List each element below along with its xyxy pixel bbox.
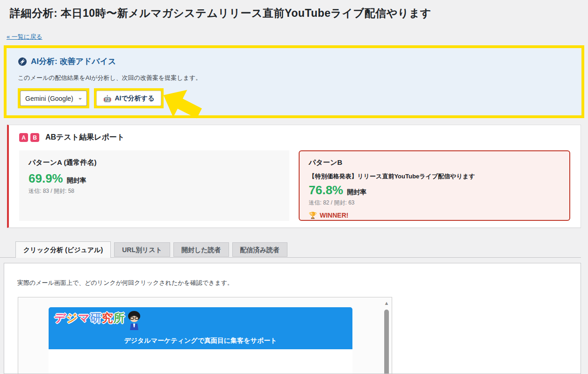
preview-scrollbar[interactable]: ▲ bbox=[383, 300, 390, 374]
pattern-a-open-rate: 69.9% bbox=[29, 171, 63, 186]
pattern-b-title: パターンB bbox=[309, 158, 560, 167]
ai-section-header: AI分析: 改善アドバイス bbox=[18, 56, 570, 67]
ai-analysis-section: AI分析: 改善アドバイス このメールの配信結果をAIが分析し、次回の改善案を提… bbox=[4, 45, 584, 118]
mascot-character-icon bbox=[126, 310, 142, 331]
tab-url-list[interactable]: URL別リスト bbox=[114, 242, 170, 257]
ab-test-report-card: A B ABテスト結果レポート パターンA (通常件名) 69.9% 開封率 送… bbox=[7, 125, 581, 228]
tab-opened-readers[interactable]: 開封した読者 bbox=[173, 242, 229, 257]
winner-label: WINNER! bbox=[320, 212, 348, 219]
email-preview-frame: デ ジ マ 研 究 所 bbox=[18, 297, 392, 374]
click-analysis-panel: 実際のメール画面上で、どのリンクが何回クリックされたかを確認できます。 デ ジ … bbox=[4, 263, 581, 374]
ai-analyze-button-label: AIで分析する bbox=[115, 94, 154, 103]
annotation-arrow-icon bbox=[161, 87, 208, 127]
pattern-b-card: パターンB 【特別価格発表】リリース直前YouTubeライブ配信やります 76.… bbox=[299, 150, 571, 221]
trophy-icon: 🏆 bbox=[309, 212, 317, 219]
pattern-b-open-rate-label: 開封率 bbox=[347, 188, 366, 197]
email-header-banner: デ ジ マ 研 究 所 bbox=[49, 307, 352, 349]
logo-char: マ bbox=[78, 310, 90, 325]
ai-sparkle-icon bbox=[18, 57, 27, 66]
scroll-up-icon[interactable]: ▲ bbox=[383, 300, 390, 306]
analyze-button-highlight: 🤖 AIで分析する bbox=[94, 88, 164, 108]
badge-b-icon: B bbox=[30, 133, 39, 142]
ab-test-header: A B ABテスト結果レポート bbox=[19, 133, 570, 142]
logo-char: 究 bbox=[102, 310, 114, 325]
analysis-tabs: クリック分析 (ビジュアル) URL別リスト 開封した読者 配信済み読者 bbox=[15, 241, 287, 258]
click-analysis-description: 実際のメール画面上で、どのリンクが何回クリックされたかを確認できます。 bbox=[17, 279, 233, 287]
ai-controls-row: Gemini (Google) ⌄ 🤖 AIで分析する bbox=[18, 88, 570, 108]
pattern-a-open-rate-label: 開封率 bbox=[67, 176, 86, 185]
tab-click-analysis-visual[interactable]: クリック分析 (ビジュアル) bbox=[15, 241, 111, 258]
ai-section-description: このメールの配信結果をAIが分析し、次回の改善案を提案します。 bbox=[18, 74, 570, 82]
page-title: 詳細分析: 本日10時〜新メルマガシステムリリース直前YouTubeライブ配信や… bbox=[10, 6, 431, 21]
pattern-a-stats: 送信: 83 / 開封: 58 bbox=[29, 187, 280, 195]
ab-test-title: ABテスト結果レポート bbox=[45, 133, 124, 142]
robot-icon: 🤖 bbox=[103, 95, 111, 102]
ai-analyze-button[interactable]: 🤖 AIで分析する bbox=[96, 91, 161, 106]
logo-char: 研 bbox=[90, 310, 102, 325]
model-select-highlight: Gemini (Google) ⌄ bbox=[18, 88, 89, 108]
back-to-list-link[interactable]: « 一覧に戻る bbox=[7, 33, 42, 41]
pattern-a-card: パターンA (通常件名) 69.9% 開封率 送信: 83 / 開封: 58 bbox=[19, 150, 289, 221]
ai-section-title: AI分析: 改善アドバイス bbox=[31, 56, 116, 67]
logo-char: 所 bbox=[114, 310, 125, 325]
email-tagline: デジタルマーケティングで真面目に集客をサポート bbox=[49, 337, 352, 345]
ai-model-select[interactable]: Gemini (Google) bbox=[20, 91, 87, 106]
tab-delivered-readers[interactable]: 配信済み読者 bbox=[232, 242, 287, 257]
pattern-b-open-rate: 76.8% bbox=[309, 183, 344, 198]
pattern-b-stats: 送信: 82 / 開封: 63 bbox=[309, 199, 560, 207]
logo-char: デ bbox=[54, 310, 66, 325]
logo-char: ジ bbox=[66, 310, 79, 325]
email-document: デ ジ マ 研 究 所 bbox=[49, 307, 352, 374]
badge-a-icon: A bbox=[19, 133, 28, 142]
pattern-b-subject: 【特別価格発表】リリース直前YouTubeライブ配信やります bbox=[309, 172, 560, 181]
scrollbar-thumb[interactable] bbox=[384, 310, 389, 374]
pattern-a-title: パターンA (通常件名) bbox=[29, 158, 280, 167]
brand-logo: デ ジ マ 研 究 所 bbox=[54, 310, 142, 331]
